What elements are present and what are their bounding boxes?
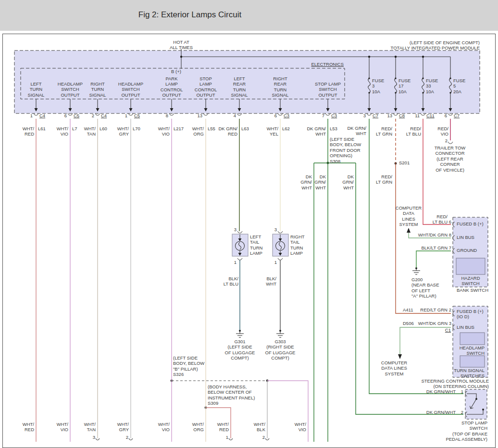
scm-pin-label: LIN BUS [457, 324, 474, 330]
pin-number: 2 [126, 435, 128, 440]
wire-code: RED/ LT BLU [433, 214, 448, 225]
output-headlamp-switch-2: HEADLAMP SWITCH OUTPUT [115, 81, 146, 98]
fuse-17-label: FUSE 17 10A [398, 78, 411, 94]
wire-code: WHT/ VIO [158, 126, 170, 137]
turn-signal-switches-inner-box [460, 356, 485, 367]
scm-caption: STEERING CONTROL MODULE (ON STEERING COL… [421, 378, 489, 389]
pin-number: 7 [322, 113, 324, 118]
right-tail-lamp-label: RIGHT TAIL TURN LAMP [290, 234, 305, 256]
pin-number: 6 [64, 113, 67, 118]
pin-number: 1 [125, 113, 127, 118]
wire-circuit: L60 [100, 126, 107, 131]
hazard-pin-label: LIN BUS [457, 235, 474, 240]
output-left-turn-signal: LEFT TURN SIGNAL [21, 81, 51, 98]
pin-number: 3 [274, 227, 277, 232]
bank-switch-caption: BANK SWITCH [457, 287, 488, 293]
fuse-3-label: FUSE 3 10A [372, 78, 384, 94]
wire-code: WHT/ VIO [295, 422, 306, 433]
wire-circuit: L61 [38, 126, 46, 131]
fuse-5-label: FUSE 5 20A [453, 78, 465, 94]
pin-number: 1 [30, 113, 33, 118]
pin-number: 11 [415, 113, 420, 118]
pin-number: 6 [449, 219, 451, 224]
hazard-switch-label: HAZARD SWITCH [454, 275, 487, 286]
wire-code: DK GRN/WHT [426, 389, 456, 394]
s326-splice-label: (LEFT SIDE BODY, BELOW "B" PILLAR) S326 [173, 355, 204, 377]
wire-code: WHT/ VIO [57, 126, 68, 137]
wire-code: WHT/ RED [217, 422, 229, 433]
wire-code: DK GRN/WHT [426, 410, 456, 415]
wire-code: WHT/ GRY [117, 126, 129, 137]
wire-code: WHT/ BLK [254, 422, 265, 433]
connector-name: C7 [373, 113, 378, 118]
turn-signal-switches-label: TURN SIGNAL SWITCHES [454, 368, 485, 379]
wire-code: RED/ LT GRN [376, 174, 392, 185]
pin-number: 3 [234, 227, 237, 232]
wire-code: DK GRN/ RED [218, 126, 237, 137]
ground-g301-label: G301 (LEFT SIDE OF LUGGAGE COMPT) [220, 339, 260, 361]
connector-name: C1 [445, 327, 451, 333]
branch-wire-code: DK GRN/ WHT [342, 174, 354, 190]
wire-code: DK GRN/ WHT [347, 125, 366, 137]
pin-number: 6 [445, 113, 447, 118]
wire-code: RED/LT GRN [420, 307, 448, 312]
pin-number: 1 [226, 435, 228, 440]
wire-circuit: L70 [133, 126, 140, 131]
pin-number: 2 [92, 113, 94, 118]
headlamp-switch-label: HEADLAMP SWITCH [460, 345, 485, 356]
pin-number: 2 [461, 410, 463, 415]
pin-number: 2 [262, 435, 265, 440]
stop-lamp-switch-caption: STOP LAMP SWITCH (TOP OF BRAKE PEDAL ASS… [446, 420, 487, 442]
pin-number: 13 [387, 113, 392, 118]
pin-number: 1 [274, 260, 277, 265]
branch-wire-code: DK GRN/ WHT [314, 174, 326, 190]
electronics-label: ELECTRONICS [311, 62, 344, 67]
connector-name: C7 [454, 113, 460, 118]
pin-number: 13 [197, 113, 202, 118]
output-stop-lamp-switch: STOP LAMP SWITCH OUTPUT [312, 81, 343, 98]
scm-pin-label: FUSED B (+) (IO D) [457, 309, 484, 320]
connector-name: C3 [284, 113, 289, 118]
hazard-switch-inner-box [456, 258, 485, 274]
pin-number: 6 [274, 113, 277, 118]
wire-code: WHT/ ORG [192, 126, 204, 137]
hot-at-all-times-label: HOT AT ALL TIMES [162, 39, 200, 50]
wire-code: RED/ LT BLU [406, 126, 421, 137]
connector-name: C5 [74, 113, 79, 118]
s309-splice-label: (BODY HARNESS, BELOW CENTER OF INSTRUMEN… [208, 384, 255, 406]
tipm-name-label: TOTALLY INTEGRATED POWER MODULE [391, 45, 480, 50]
hazard-pin-label: FUSED B (+) [457, 221, 484, 226]
wire-code: RED/ LT GRN [376, 126, 392, 137]
output-stop-lamp-control: STOP LAMP CONTROL OUTPUT [190, 76, 221, 98]
pin-number: 3 [449, 321, 451, 326]
s201-splice-label: S201 [399, 160, 410, 165]
ground-g200-label: G200 (NEAR BASE OF LEFT "A" PILLAR) [411, 277, 439, 299]
pin-number: 4 [234, 113, 236, 118]
connector-name: C4 [39, 113, 45, 118]
circuit-id: D506 [403, 321, 414, 326]
hazard-pin-label: GROUND [457, 248, 477, 253]
headlamp-switch-inner-box [460, 333, 485, 345]
wire-code: WHT/DK GRN [418, 232, 448, 237]
pin-number: 2 [449, 307, 451, 312]
output-left-rear-turn: LEFT REAR TURN SIGNAL [224, 76, 255, 98]
connector-name: C5 [134, 113, 140, 118]
connector-name: C8 [399, 113, 405, 118]
wire-circuit: L63 [241, 126, 249, 131]
output-right-turn-signal: RIGHT TURN SIGNAL [82, 81, 113, 98]
wire-circuit: L217 [174, 126, 184, 131]
pin-number: 2 [445, 138, 448, 143]
wire-code: WHT/ RED [23, 126, 34, 137]
wire-code: WHT/ YEL [267, 126, 278, 137]
ground-g303-label: G303 (RIGHT SIDE OF LUGGAGE COMPT) [260, 339, 300, 361]
wire-code: WHT/DK GRN [418, 321, 448, 326]
pin-number: 8 [449, 232, 451, 237]
wire-code: RED/ VIO [437, 126, 448, 137]
wire-code: DK GRN/ WHT [307, 126, 326, 137]
pin-number: 8 [166, 113, 168, 118]
pin-number: 1 [234, 260, 237, 265]
wire-code: WHT/ GRY [117, 422, 129, 433]
tipm-location-label: (LEFT SIDE OF ENGINE COMPT) [410, 40, 480, 45]
output-park-lamp: PARK LAMP CONTROL OUTPUT [156, 76, 187, 98]
b-plus-label: B (+) [171, 69, 181, 74]
